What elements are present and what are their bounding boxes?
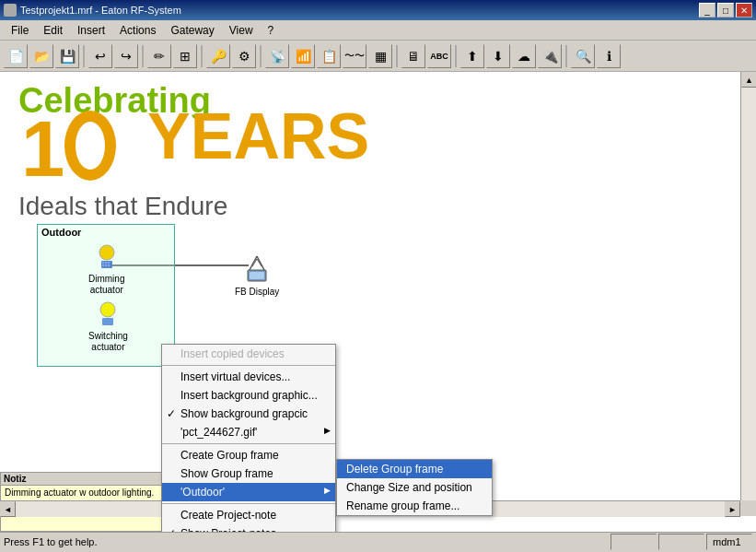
- toolbar-sep-1: [83, 45, 85, 67]
- sub-delete-group[interactable]: Delete Group frame: [337, 460, 492, 478]
- key-button[interactable]: 🔑: [206, 44, 230, 68]
- ctx-insert-virtual[interactable]: Insert virtual devices...: [162, 368, 335, 386]
- import-button[interactable]: ⬇: [486, 44, 510, 68]
- ctx-create-project[interactable]: Create Project-note: [162, 506, 335, 524]
- svg-line-14: [250, 256, 257, 270]
- title-bar: Testprojekt1.mrf - Eaton RF-System _ □ ✕: [0, 0, 756, 20]
- monitor-button[interactable]: 🖥: [401, 44, 425, 68]
- fb-display-device[interactable]: FB Display: [235, 252, 279, 297]
- context-menu: Insert copied devices Insert virtual dev…: [161, 344, 336, 532]
- scroll-right-button[interactable]: ►: [725, 501, 740, 517]
- ctx-bg-file[interactable]: 'pct_244627.gif': [162, 423, 335, 441]
- menu-view[interactable]: View: [222, 22, 261, 39]
- ctx-sep-3: [162, 503, 335, 504]
- svg-point-2: [76, 122, 105, 170]
- svg-point-4: [99, 245, 114, 260]
- cloud-button[interactable]: ☁: [512, 44, 536, 68]
- abc-button[interactable]: ABC: [427, 44, 451, 68]
- svg-rect-11: [108, 264, 110, 266]
- ctx-sep-1: [162, 365, 335, 366]
- notiz-text: Dimming actuator w outdoor lighting.: [1, 486, 165, 499]
- network-button[interactable]: 🔌: [538, 44, 562, 68]
- doc-button[interactable]: 📋: [317, 44, 341, 68]
- svg-line-15: [257, 256, 264, 270]
- wireless-button[interactable]: 〜〜: [343, 44, 366, 68]
- ctx-sep-2: [162, 443, 335, 444]
- group-frame-label: Outdoor: [38, 225, 174, 240]
- scroll-track-v[interactable]: [741, 88, 756, 500]
- fb-display-icon: [240, 252, 273, 285]
- dimming-actuator-label: Dimmingactuator: [88, 274, 124, 296]
- status-bar: Press F1 to get help. mdm1: [0, 532, 756, 550]
- ctx-insert-copied: Insert copied devices: [162, 345, 335, 363]
- ctx-outdoor-sub[interactable]: 'Outdoor': [162, 483, 335, 501]
- minimize-button[interactable]: _: [699, 3, 715, 18]
- app-icon: [4, 4, 17, 17]
- notiz-title: Notiz: [1, 473, 165, 486]
- svg-rect-10: [105, 264, 107, 266]
- close-button[interactable]: ✕: [736, 3, 752, 18]
- new-button[interactable]: 📄: [4, 44, 28, 68]
- toolbar-sep-5: [396, 45, 398, 67]
- dimming-actuator-device[interactable]: Dimmingactuator: [88, 241, 124, 296]
- svg-point-12: [100, 302, 115, 317]
- group-frame-outdoor[interactable]: Outdoor Dimmingactuator: [37, 224, 175, 367]
- switching-actuator-label: Switchingactuator: [88, 331, 128, 353]
- antenna2-button[interactable]: 📶: [291, 44, 315, 68]
- gear-button[interactable]: ⚙: [232, 44, 256, 68]
- scrollbar-vertical[interactable]: ▲ ▼: [740, 72, 756, 516]
- toolbar-sep-6: [455, 45, 457, 67]
- window-title: Testprojekt1.mrf - Eaton RF-System: [20, 5, 181, 16]
- sub-rename-group[interactable]: Rename group frame...: [337, 497, 492, 515]
- toolbar-sep-3: [201, 45, 203, 67]
- menu-gateway[interactable]: Gateway: [163, 22, 221, 39]
- ctx-show-group[interactable]: Show Group frame: [162, 464, 335, 483]
- main-area: Celebrating 1 YEARS Ideals that Endure O…: [0, 72, 756, 532]
- ctx-insert-bg[interactable]: Insert background graphic...: [162, 386, 335, 405]
- zoom-button[interactable]: 🔍: [571, 44, 595, 68]
- sub-change-size[interactable]: Change Size and position: [337, 478, 492, 497]
- menu-actions[interactable]: Actions: [112, 22, 163, 39]
- grid-button[interactable]: ⊞: [173, 44, 197, 68]
- svg-rect-8: [108, 262, 110, 264]
- submenu: Delete Group frame Change Size and posit…: [336, 459, 493, 516]
- undo-button[interactable]: ↩: [88, 44, 112, 68]
- menu-insert[interactable]: Insert: [70, 22, 112, 39]
- toolbar-sep-4: [260, 45, 262, 67]
- svg-rect-19: [250, 272, 264, 279]
- ctx-create-group[interactable]: Create Group frame: [162, 446, 335, 464]
- menu-help[interactable]: ?: [261, 22, 282, 39]
- status-panel-2: [658, 534, 704, 550]
- canvas-area[interactable]: Celebrating 1 YEARS Ideals that Endure O…: [0, 72, 756, 532]
- ideals-text: Ideals that Endure: [18, 192, 227, 221]
- svg-rect-13: [102, 318, 113, 325]
- status-help-text: Press F1 to get help.: [4, 536, 611, 547]
- save-button[interactable]: 💾: [55, 44, 79, 68]
- redo-button[interactable]: ↪: [114, 44, 138, 68]
- maximize-button[interactable]: □: [717, 3, 734, 18]
- ctx-show-bg-check[interactable]: Show background grapcic: [162, 405, 335, 423]
- svg-rect-7: [105, 262, 107, 264]
- ctx-show-project[interactable]: Show Project-notes: [162, 524, 335, 532]
- years-text: YEARS: [147, 100, 369, 173]
- open-button[interactable]: 📂: [29, 44, 53, 68]
- menu-file[interactable]: File: [4, 22, 36, 39]
- menu-edit[interactable]: Edit: [36, 22, 70, 39]
- hundred-svg: 1: [17, 98, 122, 190]
- status-panel-3: mdm1: [706, 534, 752, 550]
- svg-text:1: 1: [21, 105, 64, 190]
- info-button[interactable]: ℹ: [597, 44, 621, 68]
- banner: Celebrating 1 YEARS Ideals that Endure: [0, 72, 738, 224]
- terminal-button[interactable]: ▦: [368, 44, 392, 68]
- switching-actuator-device[interactable]: Switchingactuator: [88, 299, 128, 353]
- toolbar-sep-2: [142, 45, 144, 67]
- status-panels: mdm1: [611, 534, 752, 550]
- scroll-left-button[interactable]: ◄: [0, 501, 16, 517]
- title-bar-buttons: _ □ ✕: [699, 3, 752, 18]
- toolbar-sep-7: [565, 45, 567, 67]
- edit-button[interactable]: ✏: [147, 44, 171, 68]
- scroll-up-button[interactable]: ▲: [741, 72, 756, 88]
- export-button[interactable]: ⬆: [460, 44, 484, 68]
- antenna1-button[interactable]: 📡: [265, 44, 289, 68]
- menu-bar: File Edit Insert Actions Gateway View ?: [0, 20, 756, 41]
